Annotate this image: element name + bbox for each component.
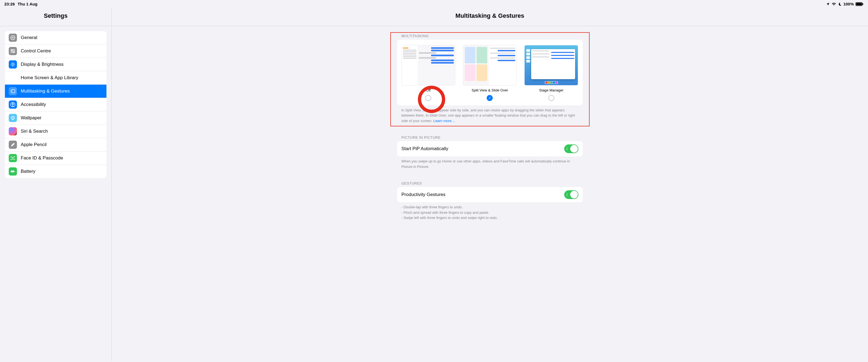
svg-rect-13 <box>11 50 15 51</box>
radio-stage-manager[interactable] <box>548 95 554 101</box>
location-icon <box>826 2 830 6</box>
sidebar-item-battery[interactable]: Battery <box>5 165 106 178</box>
multitasking-icon <box>9 87 17 95</box>
svg-rect-36 <box>14 171 15 172</box>
svg-line-22 <box>11 63 12 63</box>
svg-rect-15 <box>11 52 15 53</box>
sidebar-title: Settings <box>0 7 112 26</box>
pip-header: PICTURE IN PICTURE <box>397 133 583 141</box>
battery-pct: 100% <box>843 2 854 6</box>
wifi-icon <box>831 2 836 6</box>
svg-point-4 <box>12 37 14 38</box>
radio-off[interactable] <box>425 95 431 101</box>
svg-line-9 <box>11 36 11 36</box>
siri-icon <box>9 127 17 135</box>
svg-line-12 <box>14 36 15 36</box>
sidebar-item-control-centre[interactable]: Control Centre <box>5 44 106 58</box>
svg-point-27 <box>11 90 11 91</box>
preview-off <box>402 45 455 86</box>
svg-point-17 <box>12 64 14 65</box>
multitasking-option-stage-manager[interactable]: Stage Manager <box>524 45 578 101</box>
multitasking-header: MULTITASKING <box>397 32 583 39</box>
status-date: Thu 1 Aug <box>18 2 37 6</box>
svg-point-32 <box>11 116 14 120</box>
sidebar-item-multitasking[interactable]: Multitasking & Gestures <box>5 85 106 98</box>
sidebar-item-apple-pencil[interactable]: Apple Pencil <box>5 138 106 152</box>
battery-icon <box>9 168 17 176</box>
svg-rect-2 <box>863 3 863 5</box>
face-id-icon <box>9 154 17 162</box>
page-title: Multitasking & Gestures <box>112 7 868 26</box>
accessibility-icon <box>9 100 17 109</box>
sidebar-item-label: Wallpaper <box>21 115 41 121</box>
status-time: 23:26 <box>4 2 15 6</box>
svg-point-29 <box>11 92 11 92</box>
dnd-moon-icon <box>838 2 842 6</box>
wallpaper-icon <box>9 114 17 122</box>
gestures-toggle[interactable] <box>564 190 579 199</box>
main-pane: Multitasking & Gestures MULTITASKING <box>112 7 868 361</box>
svg-line-10 <box>14 39 15 39</box>
gear-icon <box>9 34 17 42</box>
sidebar-item-label: Face ID & Passcode <box>21 155 63 161</box>
svg-point-14 <box>12 50 12 50</box>
svg-rect-35 <box>11 171 14 173</box>
pip-toggle[interactable] <box>564 144 579 153</box>
svg-line-11 <box>11 39 11 39</box>
gestures-header: GESTURES <box>397 179 583 187</box>
app-grid-icon <box>9 74 17 82</box>
sidebar-item-wallpaper[interactable]: Wallpaper <box>5 111 106 125</box>
svg-point-34 <box>13 157 14 158</box>
svg-rect-26 <box>12 90 15 93</box>
pip-row: Start PiP Automatically <box>397 141 583 156</box>
sidebar-item-label: Siri & Search <box>21 128 48 134</box>
pip-footer: When you swipe up to go Home or use othe… <box>397 156 583 172</box>
learn-more-link[interactable]: Learn more… <box>433 119 455 123</box>
sidebar-item-label: Display & Brightness <box>21 62 64 67</box>
preview-split-slide <box>463 45 517 86</box>
pip-label: Start PiP Automatically <box>402 146 448 152</box>
sidebar-item-label: Battery <box>21 169 35 174</box>
sidebar-item-label: Apple Pencil <box>21 142 47 147</box>
sidebar-item-label: Home Screen & App Library <box>21 75 78 81</box>
svg-point-28 <box>11 91 11 91</box>
sidebar-item-label: Multitasking & Gestures <box>21 88 70 94</box>
status-bar: 23:26 Thu 1 Aug 100% <box>0 0 868 7</box>
battery-icon <box>856 2 864 6</box>
brightness-icon <box>9 60 17 68</box>
svg-line-24 <box>11 65 12 66</box>
option-label: Stage Manager <box>539 88 563 92</box>
sidebar-item-home-screen[interactable]: Home Screen & App Library <box>5 71 106 85</box>
gestures-footer: - Double-tap with three fingers to undo.… <box>397 202 583 223</box>
svg-point-16 <box>13 52 14 53</box>
preview-stage-manager <box>524 45 578 86</box>
multitasking-option-off[interactable]: Off <box>402 45 455 101</box>
sidebar-item-label: Control Centre <box>21 48 51 54</box>
svg-point-31 <box>12 103 13 104</box>
sidebar-item-accessibility[interactable]: Accessibility <box>5 98 106 111</box>
sidebar-item-label: General <box>21 35 37 40</box>
gestures-row: Productivity Gestures <box>397 187 583 202</box>
radio-split-slide[interactable]: ✓ <box>487 95 493 101</box>
sidebar-item-siri[interactable]: Siri & Search <box>5 125 106 138</box>
svg-line-25 <box>14 63 14 63</box>
option-label: Split View & Slide Over <box>472 88 508 92</box>
svg-rect-1 <box>856 3 862 5</box>
svg-line-23 <box>14 65 14 66</box>
sidebar-item-general[interactable]: General <box>5 31 106 44</box>
multitasking-option-split-slide[interactable]: Split View & Slide Over ✓ <box>463 45 517 101</box>
sidebar-item-display-brightness[interactable]: Display & Brightness <box>5 58 106 71</box>
pencil-icon <box>9 141 17 149</box>
sidebar-item-face-id[interactable]: Face ID & Passcode <box>5 152 106 165</box>
multitasking-footer: In Split View, two apps appear side by s… <box>397 105 583 126</box>
settings-sidebar: Settings General Control Centre <box>0 7 112 361</box>
sidebar-item-label: Accessibility <box>21 102 46 107</box>
option-label: Off <box>426 88 431 92</box>
gestures-label: Productivity Gestures <box>402 192 446 198</box>
control-centre-icon <box>9 47 17 55</box>
